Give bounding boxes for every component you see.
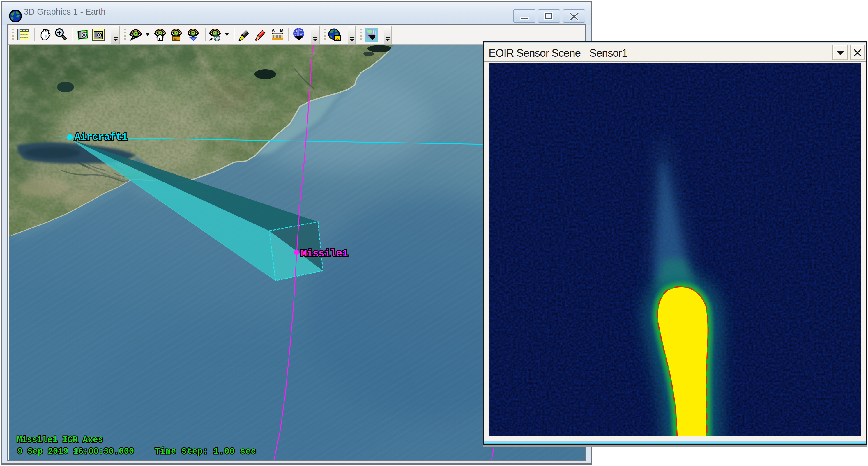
svg-text:N: N: [174, 37, 177, 41]
svg-text:9 Sep 2019 16:00:30.000: 9 Sep 2019 16:00:30.000: [18, 447, 134, 456]
svg-text:Missile1: Missile1: [301, 248, 348, 260]
svg-text:Time Step: 1.00 sec: Time Step: 1.00 sec: [155, 447, 256, 456]
svg-text:Aircraft1: Aircraft1: [74, 131, 127, 143]
svg-text:A: A: [272, 28, 275, 33]
svg-text:B: B: [280, 28, 283, 33]
svg-text:Missile1 ICR Axes: Missile1 ICR Axes: [17, 435, 103, 445]
